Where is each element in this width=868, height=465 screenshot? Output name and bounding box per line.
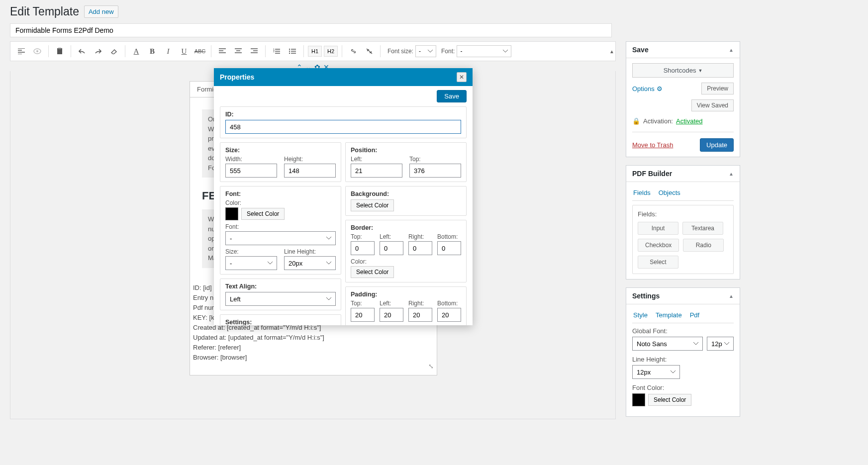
global-font-select[interactable]: Noto Sans bbox=[632, 337, 703, 351]
font-color-swatch[interactable] bbox=[225, 207, 238, 220]
justify-center-icon[interactable] bbox=[231, 45, 245, 58]
top-input[interactable] bbox=[409, 164, 461, 178]
line-height-label: Line Height: bbox=[632, 356, 734, 363]
border-label: Border: bbox=[351, 224, 461, 231]
font-size-select[interactable]: - bbox=[225, 256, 277, 270]
tab-pdf[interactable]: Pdf bbox=[689, 309, 701, 323]
field-pill-radio[interactable]: Radio bbox=[683, 239, 724, 252]
font-color-label: Font Color: bbox=[632, 384, 734, 391]
text-align-label: Text Align: bbox=[225, 283, 336, 290]
text-align-select[interactable]: Left bbox=[225, 292, 336, 306]
bold-icon[interactable]: B bbox=[145, 45, 159, 58]
field-pill-input[interactable]: Input bbox=[638, 222, 678, 235]
svg-rect-3 bbox=[58, 48, 61, 49]
preview-button[interactable]: Preview bbox=[701, 83, 734, 94]
unordered-list-icon[interactable] bbox=[286, 45, 299, 58]
font-label: Font: bbox=[441, 48, 455, 55]
resize-handle-icon[interactable]: ⤡ bbox=[428, 362, 434, 372]
padding-label: Padding: bbox=[351, 291, 461, 298]
id-input[interactable] bbox=[225, 120, 461, 134]
height-input[interactable] bbox=[284, 164, 336, 178]
visibility-icon[interactable] bbox=[30, 45, 44, 58]
svg-point-8 bbox=[289, 53, 290, 54]
background-label: Background: bbox=[351, 190, 461, 197]
justify-right-icon[interactable] bbox=[247, 45, 261, 58]
tab-objects[interactable]: Objects bbox=[658, 187, 681, 200]
line-height-select[interactable]: 20px bbox=[284, 256, 336, 270]
h1-button[interactable]: H1 bbox=[308, 46, 322, 57]
field-pill-textarea[interactable]: Textarea bbox=[682, 222, 723, 235]
lock-icon: 🔒 bbox=[632, 117, 640, 125]
global-font-label: Global Font: bbox=[632, 327, 734, 335]
font-group-label: Font: bbox=[225, 190, 336, 197]
padding-top-input[interactable] bbox=[351, 308, 375, 322]
panel-toggle-icon[interactable]: ▲ bbox=[729, 47, 734, 53]
tab-fields[interactable]: Fields bbox=[632, 187, 652, 200]
template-title-input[interactable] bbox=[10, 23, 612, 37]
activation-label: Activation: bbox=[643, 117, 673, 125]
border-right-input[interactable] bbox=[408, 241, 432, 255]
padding-right-input[interactable] bbox=[408, 308, 432, 322]
editor-toolbar: A B I U ABC 12 H1 H2 Font size: bbox=[10, 41, 616, 61]
redo-icon[interactable] bbox=[91, 45, 105, 58]
save-panel: Save ▲ Shortcodes ▼ Options ⚙ Preview Vi… bbox=[626, 41, 740, 157]
builder-panel-title: PDF Builder bbox=[632, 170, 672, 178]
select-bg-color-button[interactable]: Select Color bbox=[351, 199, 394, 211]
font-size-label: Font size: bbox=[387, 48, 413, 55]
activation-status-link[interactable]: Activated bbox=[676, 117, 702, 125]
field-pill-checkbox[interactable]: Checkbox bbox=[638, 239, 679, 252]
border-top-input[interactable] bbox=[351, 241, 375, 255]
line-height-select[interactable]: 12px bbox=[632, 365, 680, 379]
padding-left-input[interactable] bbox=[380, 308, 403, 322]
field-pill-select[interactable]: Select bbox=[638, 256, 678, 269]
scroll-up-icon[interactable]: ▲ bbox=[609, 49, 614, 54]
shortcodes-button[interactable]: Shortcodes ▼ bbox=[632, 63, 734, 78]
modal-title: Properties bbox=[220, 73, 254, 81]
panel-toggle-icon[interactable]: ▲ bbox=[729, 171, 734, 177]
panel-toggle-icon[interactable]: ▲ bbox=[729, 293, 734, 299]
save-panel-title: Save bbox=[632, 46, 649, 54]
font-family-select[interactable]: - bbox=[225, 231, 336, 245]
global-font-size-select[interactable]: 12px bbox=[707, 337, 734, 351]
move-to-trash-link[interactable]: Move to Trash bbox=[632, 141, 673, 149]
eraser-icon[interactable] bbox=[107, 45, 121, 58]
left-input[interactable] bbox=[351, 164, 402, 178]
tab-template[interactable]: Template bbox=[655, 309, 683, 323]
strikethrough-icon[interactable]: ABC bbox=[193, 45, 207, 58]
italic-icon[interactable]: I bbox=[161, 45, 175, 58]
border-bottom-input[interactable] bbox=[437, 241, 461, 255]
h2-button[interactable]: H2 bbox=[324, 46, 338, 57]
padding-bottom-input[interactable] bbox=[437, 308, 461, 322]
view-saved-button[interactable]: View Saved bbox=[691, 99, 734, 111]
align-left-icon[interactable] bbox=[14, 45, 28, 58]
update-button[interactable]: Update bbox=[700, 138, 734, 152]
add-new-button[interactable]: Add new bbox=[84, 5, 118, 18]
underline-icon[interactable]: U bbox=[177, 45, 191, 58]
size-label: Size: bbox=[225, 147, 336, 154]
text-color-icon[interactable]: A bbox=[129, 45, 143, 58]
font-family-select[interactable]: - bbox=[457, 45, 511, 57]
justify-left-icon[interactable] bbox=[215, 45, 229, 58]
options-link[interactable]: Options ⚙ bbox=[632, 85, 663, 93]
modal-close-button[interactable]: ✕ bbox=[457, 72, 467, 82]
id-label: ID: bbox=[225, 111, 461, 118]
link-icon[interactable] bbox=[346, 45, 360, 58]
unlink-icon[interactable] bbox=[362, 45, 376, 58]
paste-icon[interactable] bbox=[53, 45, 67, 58]
svg-point-1 bbox=[36, 50, 38, 52]
select-border-color-button[interactable]: Select Color bbox=[351, 266, 394, 278]
width-input[interactable] bbox=[225, 164, 277, 178]
ordered-list-icon[interactable]: 12 bbox=[270, 45, 284, 58]
font-color-swatch[interactable] bbox=[632, 393, 645, 406]
tab-style[interactable]: Style bbox=[632, 309, 649, 323]
border-left-input[interactable] bbox=[380, 241, 403, 255]
modal-save-button[interactable]: Save bbox=[437, 90, 467, 102]
select-font-color-button[interactable]: Select Color bbox=[241, 208, 285, 220]
select-color-button[interactable]: Select Color bbox=[648, 394, 691, 406]
settings-panel: Settings ▲ Style Template Pdf Global Fon… bbox=[626, 287, 740, 417]
settings-group-label: Settings: bbox=[225, 319, 336, 325]
svg-point-7 bbox=[289, 51, 290, 52]
font-size-select[interactable]: - bbox=[415, 45, 436, 57]
page-title: Edit Template bbox=[10, 5, 79, 18]
undo-icon[interactable] bbox=[75, 45, 89, 58]
